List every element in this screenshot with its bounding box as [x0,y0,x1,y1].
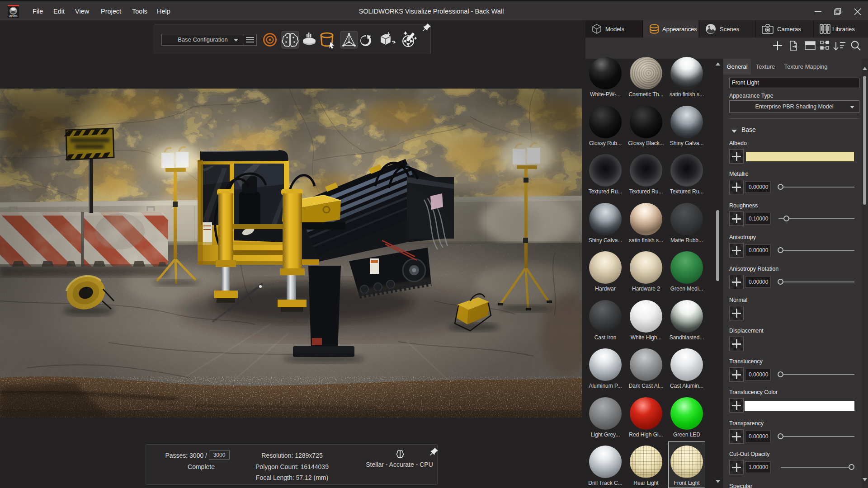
svg-text:2026: 2026 [9,14,18,18]
